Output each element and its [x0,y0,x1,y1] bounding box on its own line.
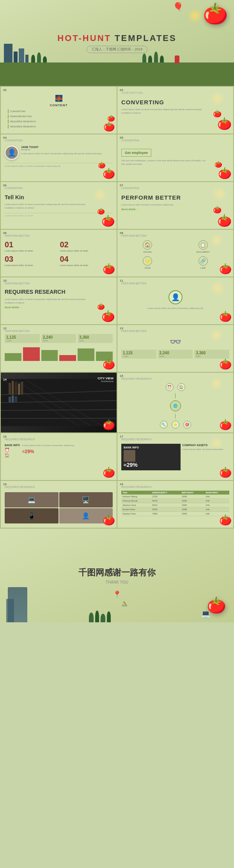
table-header-row: Title EMERGENCY BIRTHDAY MAIN INFO [121,491,229,495]
tomato-small-10: 🍅 [97,303,105,310]
node-1: ⏰ [166,383,174,391]
network-top-row: ⏰ 🏠 [166,383,185,391]
stats-row-13: 1,125 Lorem 2,240 Ipsum 3,360 Dolor [121,350,229,359]
content-list: CONVERTING PERFORM BETTER REQUIRES RESEA… [8,109,110,129]
bike-person: 🚴 [122,601,128,607]
star-icon: ⭐ [143,256,152,266]
mailbox [175,55,179,63]
slide-07-main: PERFORM BETTER [121,194,229,201]
divider-04 [5,163,113,163]
table-row: Thomas Brook56781985Info [121,499,229,503]
table-cell: Autumn Wang [121,495,151,499]
stat-val-3-13: 3,360 [196,351,228,355]
tomato-small-03: 🍅 [213,109,222,118]
big-num-3: 03 [5,255,58,264]
slide-16-label: REQUIRES RESEARCH [5,438,113,441]
num-label-1: Lorem ipsum dolor sit amet [5,249,58,252]
svg-rect-10 [9,396,11,402]
col-emergency: EMERGENCY [151,491,181,495]
slides-grid: 02 🌉 CONTENT CONVERTING PERFORM BETTER R… [0,86,234,529]
table-cell: Info [205,507,229,512]
collage-desk: 💻 [5,492,58,507]
collage-laptop: 🖥️ [59,492,113,507]
slide-13: 13 PERFORM BETTER 👓 1,125 Lorem 2,240 Ip… [117,325,233,372]
slide-07-label: CONVERTING [121,187,229,189]
stat-2-12: 2,240 Ipsum [41,334,76,343]
sun-glow [187,8,203,23]
slide-num-11: 11 [120,279,123,282]
tomato-small-04: 🍅 [98,161,106,169]
slide-04-person: 👤 JANE TOUHY Designer Lorem ipsum dolor … [5,146,113,160]
bar-2 [23,347,40,361]
stat-val-1-12: 1,125 [6,335,38,339]
table-row: Sophia Chen78901995Info [121,512,229,516]
table-row: Jessica Lima90121992Info [121,503,229,507]
slide-num-06: 06 [3,184,7,187]
table-cell: 1995 [181,512,205,516]
content-item-3: REQUIRES RESEARCH [8,120,110,123]
tree-4 [107,611,111,622]
stat-val-2-13: 2,240 [160,351,191,355]
node-center: 🌐 [170,400,181,411]
city-buildings [4,44,28,63]
balloon-decoration: 🎈 [173,2,183,12]
slide-17: 17 REQUIRES RESEARCH BANK INFO ≈29% COMP… [117,433,233,480]
tomato-17: 🍅 [219,466,232,479]
icon-grid-09: 🏠 HOUSE 📋 DOCUMENT ⭐ STAR 🔗 LINK [121,240,229,269]
col-info: MAIN INFO [205,491,229,495]
svg-rect-7 [14,382,17,395]
tomato-15: 🍅 [219,419,232,431]
table-cell: Info [205,499,229,503]
get-employee-btn: Get employee [121,149,151,157]
avatar-04: 👤 [5,146,19,160]
photo-sub: Architecture [98,380,113,382]
table-body: Autumn Wang12341990InfoThomas Brook56781… [121,495,229,516]
stat-lbl-1-13: Lorem [123,355,155,357]
house-icon: 🏠 [143,240,152,250]
stat-lbl-3-12: Dolor [79,339,111,342]
big-num-2: 02 [60,240,113,249]
num-label-3: Lorem ipsum dolor sit amet [5,264,58,267]
tomato-14: 🍅 [103,419,115,431]
cover-title: HOT-HUNT TEMPLATES [57,33,176,43]
cover-subtitle: 汇报人：千图网 汇报时间：2019 [87,46,148,53]
num-item-3: 03 Lorem ipsum dolor sit amet [5,255,58,267]
slide-num-15: 15 [120,374,123,378]
stats-row-12: 1,125 Lorem 2,240 Ipsum 3,360 Dolor [5,334,113,343]
slide-03-main: CONVERTING [121,99,229,105]
node-2: 🏠 [177,383,185,391]
cover-slide: 🎈 🍅 HOT-HUNT TEMPLATES 汇报人：千图网 汇报时间：2019 [0,0,234,86]
content-item-1: CONVERTING [8,109,110,113]
slide-num-07: 07 [120,184,123,187]
slide-17-label: REQUIRES RESEARCH [121,438,229,441]
slide-18-label: REQUIRES RESEARCH [5,486,113,488]
tomato-04: 🍅 [103,168,115,180]
glasses-icon: 👓 [121,336,229,347]
svg-rect-6 [12,381,14,395]
stat-1-13: 1,125 Lorem [121,350,156,359]
slide-06-desc: Lorem ipsum dolor sit amet consectetur a… [5,203,93,210]
person-name-04: JANE TOUHY [21,146,102,148]
table-cell: Jessica Lima [121,503,151,507]
photo-text-14: CITY VIEW Architecture [98,377,113,382]
table-cell: Info [205,495,229,499]
slide-08: 08 PERFORM BETTER 01 Lorem ipsum dolor s… [1,230,117,277]
network-mini: BANK INFO ⏰ 🏠 [5,444,20,457]
slide-13-label: PERFORM BETTER [121,330,229,332]
slide-02-content: 🌉 CONTENT CONVERTING PERFORM BETTER REQU… [5,95,113,129]
slide-num-13: 13 [120,327,123,330]
company-label: COMPANY ASSETS [182,444,229,447]
tree-3 [101,614,105,622]
final-text-block: 千图网感谢一路有你 THANK YOU [78,567,156,584]
slide-13-icon: 👓 [121,336,229,347]
network-line-2 [175,414,176,418]
bank-label-16: BANK INFO [5,444,20,447]
content-title: CONTENT [5,104,113,107]
slide-num-08: 08 [3,231,7,235]
slide-10-main: REQUIRES RESEARCH [5,289,113,295]
slide-14-num: 14 [3,375,7,382]
slide-06-title: Tell Kin [5,194,113,200]
slide-05-label: CONVERTING [121,139,229,142]
stat-3-12: 3,360 Dolor [78,334,113,343]
data-table: Title EMERGENCY BIRTHDAY MAIN INFO Autum… [121,491,229,516]
